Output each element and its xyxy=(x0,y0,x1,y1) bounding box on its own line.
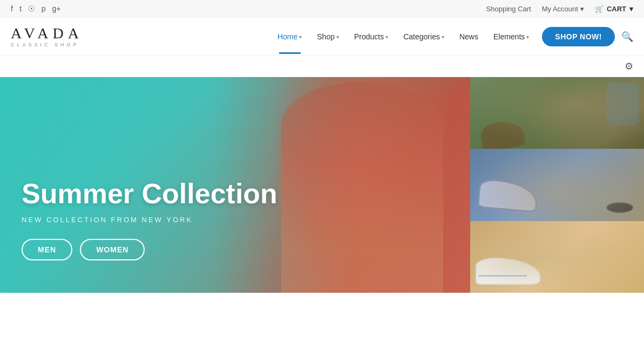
men-button[interactable]: MEN xyxy=(22,239,72,260)
cart-button[interactable]: 🛒 CART ▾ xyxy=(595,5,633,13)
nav-products-chevron-icon: ▾ xyxy=(385,34,388,40)
cart-label: CART xyxy=(607,5,626,13)
cart-icon: 🛒 xyxy=(595,5,604,13)
settings-bar: ⚙ xyxy=(0,56,644,77)
top-bar: f t ☉ p g+ Shopping Cart My Account ▾ 🛒 … xyxy=(0,0,644,18)
nav-elements[interactable]: Elements ▾ xyxy=(487,28,535,45)
thumb-3-bg xyxy=(470,221,644,293)
nav-elements-chevron-icon: ▾ xyxy=(526,34,529,40)
nav-categories-label: Categories xyxy=(403,32,440,41)
social-icons: f t ☉ p g+ xyxy=(11,4,61,13)
shopping-cart-link[interactable]: Shopping Cart xyxy=(486,5,531,13)
nav-elements-label: Elements xyxy=(493,32,525,41)
nav-news[interactable]: News xyxy=(453,28,485,45)
my-account-button[interactable]: My Account ▾ xyxy=(542,5,584,13)
thumb-1-leg xyxy=(606,82,639,126)
nav-categories[interactable]: Categories ▾ xyxy=(397,28,451,45)
facebook-icon[interactable]: f xyxy=(11,4,13,13)
logo-sub: CLASSIC SHOP xyxy=(11,42,79,47)
shop-now-button[interactable]: SHOP NOW! xyxy=(542,27,615,46)
header: AVADA CLASSIC SHOP Home ▾ Shop ▾ Product… xyxy=(0,18,644,56)
nav-home[interactable]: Home ▾ xyxy=(271,28,308,45)
hero-buttons: MEN WOMEN xyxy=(22,239,277,260)
logo-text: AVADA xyxy=(11,26,83,41)
thumb-1-bg xyxy=(470,77,644,149)
thumbnail-3[interactable] xyxy=(470,221,644,293)
women-button[interactable]: WOMEN xyxy=(80,239,145,260)
cart-chevron-icon: ▾ xyxy=(629,5,633,13)
logo[interactable]: AVADA CLASSIC SHOP xyxy=(11,26,83,47)
thumb-2-bg xyxy=(470,149,644,221)
nav-shop[interactable]: Shop ▾ xyxy=(310,28,345,45)
thumb-3-shoe xyxy=(476,258,540,285)
hero-figure-body xyxy=(281,82,443,293)
hero-banner: Summer Collection NEW COLLECTION FROM NE… xyxy=(0,77,470,293)
google-plus-icon[interactable]: g+ xyxy=(52,4,61,13)
sidebar-thumbnails xyxy=(470,77,644,293)
nav-shop-label: Shop xyxy=(317,32,335,41)
nav-home-label: Home xyxy=(277,32,297,41)
nav-categories-chevron-icon: ▾ xyxy=(442,34,444,40)
gear-button[interactable]: ⚙ xyxy=(625,60,633,72)
thumb-2-sunglass xyxy=(606,202,633,213)
hero-content: Summer Collection NEW COLLECTION FROM NE… xyxy=(22,178,277,260)
nav-products[interactable]: Products ▾ xyxy=(348,28,395,45)
gear-icon: ⚙ xyxy=(625,61,633,72)
pinterest-icon[interactable]: p xyxy=(42,4,46,13)
thumb-2-sneaker xyxy=(477,178,539,212)
top-bar-right: Shopping Cart My Account ▾ 🛒 CART ▾ xyxy=(486,5,633,13)
main-content: Summer Collection NEW COLLECTION FROM NE… xyxy=(0,77,644,293)
nav-news-label: News xyxy=(459,32,478,41)
my-account-label: My Account xyxy=(542,5,578,13)
thumbnail-2[interactable] xyxy=(470,149,644,221)
search-icon: 🔍 xyxy=(621,31,633,42)
hero-title: Summer Collection xyxy=(22,178,277,209)
thumbnail-1[interactable] xyxy=(470,77,644,149)
thumb-3-lace xyxy=(478,275,527,277)
instagram-icon[interactable]: ☉ xyxy=(28,4,35,13)
nav-products-label: Products xyxy=(354,32,384,41)
nav-shop-chevron-icon: ▾ xyxy=(336,34,339,40)
twitter-icon[interactable]: t xyxy=(19,4,22,13)
main-nav: Home ▾ Shop ▾ Products ▾ Categories ▾ Ne… xyxy=(271,27,633,46)
hero-subtitle: NEW COLLECTION FROM NEW YORK xyxy=(22,216,277,224)
my-account-chevron-icon: ▾ xyxy=(580,5,584,13)
nav-home-chevron-icon: ▾ xyxy=(299,34,302,40)
search-button[interactable]: 🔍 xyxy=(621,31,633,43)
thumb-1-shoe xyxy=(479,119,526,149)
